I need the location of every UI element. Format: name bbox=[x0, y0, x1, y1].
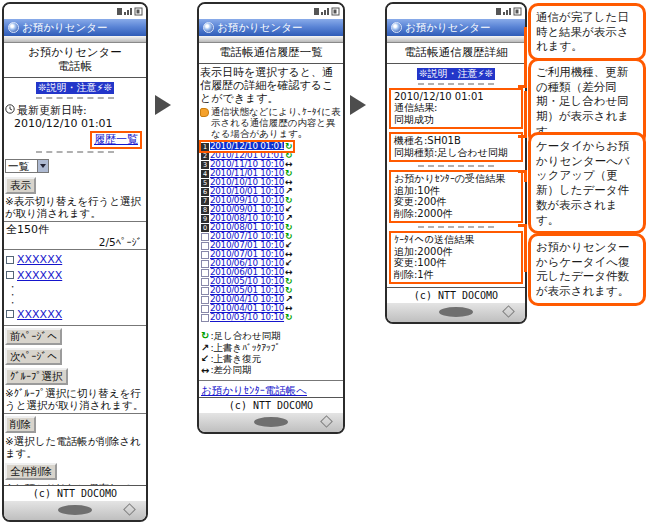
legend-item: ↻ :足し合わせ同期 bbox=[201, 330, 341, 341]
globe-icon bbox=[203, 22, 214, 33]
history-date-link[interactable]: 2010/03/10 10:10 bbox=[210, 312, 284, 323]
row-checkbox[interactable] bbox=[201, 287, 209, 295]
signal-battery-icons bbox=[314, 7, 340, 16]
dashed-divider bbox=[36, 151, 114, 153]
note-switch: ※表示切り替えを行うと選択が取り消されます。 bbox=[4, 194, 146, 221]
history-list: 12010/12/10 01:01↻22010/12/01 01:01↻3201… bbox=[199, 141, 343, 322]
row-checkbox[interactable] bbox=[201, 233, 209, 241]
row-checkbox[interactable] bbox=[201, 314, 209, 322]
select-arrow-icon[interactable] bbox=[37, 160, 48, 172]
entry-link[interactable]: XXXXXX bbox=[17, 253, 62, 266]
dpad-icon[interactable] bbox=[502, 305, 515, 318]
show-button[interactable]: 表示 bbox=[5, 177, 36, 194]
dpad-icon[interactable] bbox=[320, 415, 333, 428]
next-page-button[interactable]: 次ﾍﾟｰｼﾞへ bbox=[5, 348, 62, 365]
row-number-badge: 1 bbox=[201, 143, 209, 151]
entry-checkbox[interactable] bbox=[6, 271, 14, 279]
prev-page-button[interactable]: 前ﾍﾟｰｼﾞへ bbox=[5, 328, 62, 345]
list-item[interactable]: XXXXXX bbox=[6, 268, 144, 283]
softkey-icon[interactable] bbox=[58, 505, 92, 515]
sync-type: 同期種類:足し合わせ同期 bbox=[394, 147, 518, 159]
sent-deleted: 削除:1件 bbox=[394, 269, 518, 281]
entry-link[interactable]: XXXXXX bbox=[17, 308, 62, 321]
row-checkbox[interactable] bbox=[201, 269, 209, 277]
caution-note: 通信状態などにより､ｹｰﾀｲに表示される通信履歴の内容と異なる場合があります｡ bbox=[199, 106, 343, 141]
group-select-button[interactable]: ｸﾞﾙｰﾌﾟ選択 bbox=[5, 368, 68, 385]
dashed-divider bbox=[418, 83, 494, 85]
softkey-icon[interactable] bbox=[254, 417, 288, 427]
bevel-strip bbox=[199, 36, 343, 43]
notice-link-wrap: ❊説明・注意⚡❊ bbox=[387, 67, 525, 80]
callout-connector bbox=[524, 224, 527, 272]
dashed-divider bbox=[36, 97, 114, 99]
sync-add-icon: ↻ bbox=[285, 313, 293, 322]
entry-checkbox[interactable] bbox=[6, 256, 14, 264]
entry-checkbox[interactable] bbox=[6, 310, 14, 318]
list-item[interactable]: XXXXXX bbox=[6, 307, 144, 322]
page-title: 電話帳通信履歴詳細 bbox=[387, 43, 525, 64]
page-indicator: 2/5ﾍﾟｰｼﾞ bbox=[4, 236, 146, 250]
view-select[interactable]: 一覧 bbox=[5, 159, 49, 173]
title-bar: お預かりセンター bbox=[4, 19, 146, 36]
last-updated-value: 2010/12/10 01:01 bbox=[4, 117, 146, 131]
history-row[interactable]: 2010/03/10 10:10↻ bbox=[201, 313, 293, 322]
notice-link[interactable]: ❊説明・注意⚡❊ bbox=[36, 82, 114, 94]
notice-link-wrap: ❊説明・注意⚡❊ bbox=[4, 81, 146, 94]
page-title-line2: 電話帳 bbox=[4, 60, 146, 74]
sent-changed: 変更:100件 bbox=[394, 257, 518, 269]
result-datetime: 2010/12/10 01:01 bbox=[394, 91, 518, 103]
signal-battery-icons bbox=[496, 7, 522, 16]
page-title: 電話帳通信履歴一覧 bbox=[199, 43, 343, 64]
flow-arrow-icon bbox=[155, 95, 171, 115]
row-checkbox[interactable] bbox=[201, 260, 209, 268]
row-number-badge: 2 bbox=[201, 152, 209, 160]
sent-title: ｹｰﾀｲへの送信結果 bbox=[394, 234, 518, 246]
row-number-badge: 7 bbox=[201, 197, 209, 205]
status-bar bbox=[199, 4, 343, 19]
ellipsis-dots: ・ bbox=[6, 299, 144, 307]
page-title: お預かりセンター 電話帳 bbox=[4, 43, 146, 78]
received-deleted: 削除:2000件 bbox=[394, 208, 518, 220]
softkey-icon[interactable] bbox=[439, 307, 473, 317]
bevel-strip bbox=[387, 36, 525, 43]
delete-button[interactable]: 削除 bbox=[5, 416, 36, 433]
sync-backup-icon: ↗ bbox=[201, 343, 209, 352]
legend-item: ↔ :差分同期 bbox=[201, 364, 341, 375]
row-checkbox[interactable] bbox=[201, 242, 209, 250]
title-bar: お預かりセンター bbox=[199, 19, 343, 36]
sent-results-box: ｹｰﾀｲへの送信結果 追加:2000件 変更:100件 削除:1件 bbox=[389, 231, 523, 284]
callout-communication-result: 通信が完了した日時と結果が表示されます。 bbox=[528, 3, 646, 61]
received-results-box: お預かりｾﾝﾀｰの受信結果 追加:10件 変更:200件 削除:2000件 bbox=[389, 170, 523, 223]
title-bar-label: お預かりセンター bbox=[405, 21, 490, 35]
phonebook-list: XXXXXX XXXXXX ・ ・ ・ XXXXXX bbox=[4, 249, 146, 326]
view-select-value: 一覧 bbox=[6, 160, 37, 172]
bevel-strip bbox=[4, 36, 146, 43]
entry-link[interactable]: XXXXXX bbox=[17, 269, 62, 282]
result-value: 同期成功 bbox=[394, 114, 518, 126]
received-changed: 変更:200件 bbox=[394, 196, 518, 208]
callout-restore-count: お預かりセンターからケータイへ復元したデータ件数が表示されます。 bbox=[528, 233, 646, 306]
phonebook-link[interactable]: お預かりｾﾝﾀｰ電話帳へ bbox=[201, 384, 307, 396]
row-checkbox[interactable] bbox=[201, 278, 209, 286]
row-checkbox[interactable] bbox=[201, 296, 209, 304]
clock-icon bbox=[5, 104, 15, 114]
legend-item: ↙ :上書き復元 bbox=[201, 353, 341, 364]
globe-icon bbox=[391, 22, 402, 33]
row-number-badge: 8 bbox=[201, 206, 209, 214]
callout-connector bbox=[518, 85, 527, 88]
dpad-icon[interactable] bbox=[123, 503, 136, 516]
callout-backup-count: ケータイからお預かりセンターへバックアップ（更新）したデータ件数が表示されます。 bbox=[528, 132, 646, 234]
softkey-bar bbox=[4, 501, 146, 520]
title-bar-label: お預かりセンター bbox=[217, 21, 302, 35]
list-item[interactable]: XXXXXX bbox=[6, 252, 144, 267]
legend-label: :上書きﾊﾞｯｸｱｯﾌﾟ bbox=[210, 342, 280, 353]
row-checkbox[interactable] bbox=[201, 251, 209, 259]
history-list-link[interactable]: 履歴一覧 bbox=[90, 131, 142, 149]
model-name: 機種名:SH01B bbox=[394, 135, 518, 147]
sync-add-icon: ↻ bbox=[201, 331, 209, 340]
delete-all-button[interactable]: 全件削除 bbox=[5, 463, 57, 480]
callout-connector bbox=[524, 91, 527, 138]
notice-link[interactable]: ❊説明・注意⚡❊ bbox=[417, 68, 495, 80]
row-checkbox[interactable] bbox=[201, 305, 209, 313]
dashed-divider bbox=[418, 165, 494, 167]
